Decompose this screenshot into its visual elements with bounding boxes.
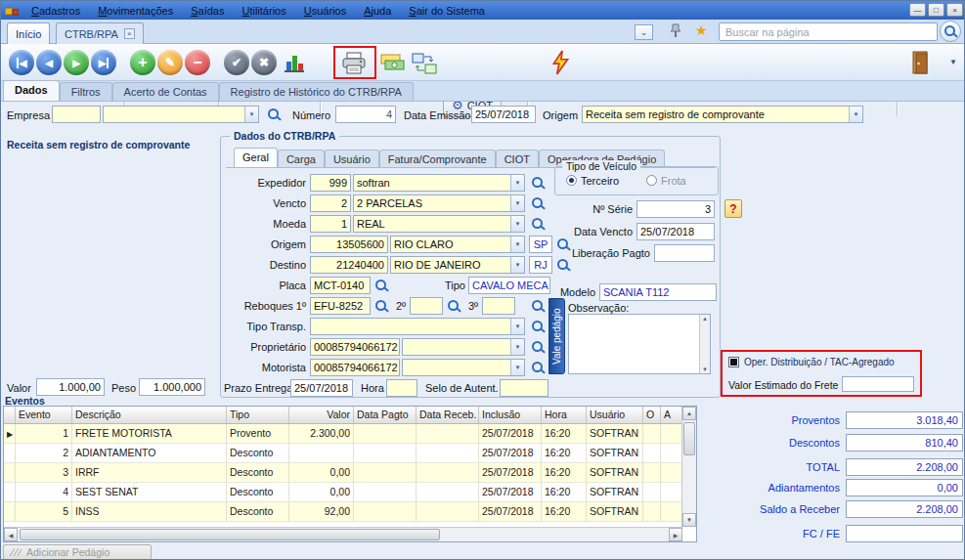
horizontal-scrollbar[interactable]: ◀ ▶ [4, 527, 682, 541]
modelo-field[interactable]: SCANIA T112 [599, 283, 717, 301]
reboque3-search-icon[interactable] [531, 299, 546, 314]
tab-usuario[interactable]: Usuário [325, 150, 379, 168]
empresa-code-field[interactable] [52, 106, 101, 123]
empresa-search-icon[interactable] [267, 108, 282, 122]
vale-pedagio-button[interactable]: Vale pedágio [548, 298, 565, 374]
transfer-button[interactable] [412, 53, 437, 74]
destino-combo[interactable]: RIO DE JANEIRO▼ [390, 256, 525, 274]
origem-code-field[interactable]: 13505600 [310, 236, 388, 253]
quick-access-button[interactable] [550, 50, 572, 75]
motorista-search-icon[interactable] [531, 361, 546, 375]
tab-close-icon[interactable]: × [124, 28, 135, 39]
radio-frota[interactable] [646, 175, 657, 186]
scroll-up-icon[interactable]: ▲ [702, 316, 708, 322]
moeda-code-field[interactable]: 1 [310, 215, 351, 233]
header-inclusao[interactable]: Inclusão [479, 407, 542, 423]
scroll-left-button[interactable]: ◀ [4, 528, 18, 541]
data-emissao-field[interactable]: 25/07/2018 [471, 106, 536, 123]
dropdown-arrow-icon[interactable]: ▼ [510, 237, 524, 252]
close-button[interactable]: × [946, 3, 963, 17]
table-row[interactable]: 2 ADIANTAMENTO Desconto 25/07/2018 16:20… [4, 444, 682, 463]
favorite-star-icon[interactable]: ★ [695, 22, 708, 38]
vencto-code-field[interactable]: 2 [310, 194, 351, 212]
data-vencto-field[interactable]: 25/07/2018 [636, 223, 715, 240]
reboque3-field[interactable] [482, 297, 515, 315]
tab-inicio[interactable]: Início [7, 22, 50, 44]
header-tipo[interactable]: Tipo [227, 407, 289, 423]
expedidor-combo[interactable]: softran▼ [353, 174, 525, 192]
selo-field[interactable] [500, 379, 548, 397]
table-row[interactable]: 3 IRRF Desconto 0,00 25/07/2018 16:20 SO… [4, 463, 682, 483]
confirm-button[interactable]: ✔ [224, 50, 249, 75]
menu-utilitarios[interactable]: Utilitários [233, 3, 294, 19]
table-row[interactable]: 5 INSS Desconto 92,00 25/07/2018 16:20 S… [4, 502, 682, 522]
tab-geral[interactable]: Geral [234, 148, 278, 168]
delete-button[interactable]: − [185, 50, 210, 75]
tab-filtros[interactable]: Filtros [60, 82, 112, 101]
valor-field[interactable]: 1.000,00 [36, 378, 105, 396]
valor-estimado-field[interactable] [842, 376, 914, 392]
tab-acerto-de-contas[interactable]: Acerto de Contas [112, 82, 219, 101]
menu-usuarios[interactable]: Usuários [295, 3, 355, 19]
tipo-transp-combo[interactable]: ▼ [310, 318, 525, 335]
header-usuario[interactable]: Usuário [587, 407, 643, 423]
scroll-down-button[interactable]: ▼ [682, 513, 696, 527]
adicionar-pedagio-button[interactable]: Adicionar Pedágio [3, 544, 152, 560]
menu-cadastros[interactable]: Cadastros [22, 3, 89, 19]
motorista-code-field[interactable]: 00085794066172 [310, 359, 400, 376]
dropdown-arrow-icon[interactable]: ▼ [510, 216, 524, 232]
hora-field[interactable] [386, 379, 417, 397]
numero-field[interactable]: 4 [335, 106, 396, 123]
fc-fe-field[interactable] [846, 525, 963, 542]
header-o[interactable]: O [643, 407, 661, 423]
nav-first-button[interactable]: ◀ [9, 50, 34, 75]
pin-icon[interactable] [669, 23, 682, 39]
exit-button[interactable] [908, 50, 934, 75]
payment-button[interactable] [380, 53, 406, 74]
header-a[interactable]: A [661, 407, 682, 423]
expedidor-code-field[interactable]: 999 [310, 174, 351, 192]
minimize-button[interactable]: — [909, 3, 926, 17]
serie-field[interactable]: 3 [636, 200, 715, 218]
nav-next-button[interactable]: ▶ [64, 50, 89, 75]
collapse-ribbon-button[interactable]: ⌄ [635, 24, 653, 40]
cancel-button[interactable]: ✖ [251, 50, 277, 75]
menu-saidas[interactable]: Saídas [182, 3, 233, 19]
horizontal-scroll-thumb[interactable] [20, 529, 440, 540]
menu-sair[interactable]: Sair do Sistema [400, 3, 494, 19]
search-input[interactable] [719, 22, 938, 41]
dropdown-arrow-icon[interactable]: ▼ [510, 195, 524, 211]
chart-button[interactable] [283, 52, 306, 73]
dropdown-arrow-icon[interactable]: ▼ [244, 107, 258, 122]
dropdown-arrow-icon[interactable]: ▼ [510, 257, 524, 273]
scroll-down-icon[interactable]: ▼ [702, 366, 708, 372]
nav-last-button[interactable]: ▶ [91, 50, 116, 75]
tab-registro-historico[interactable]: Registro de Histórico do CTRB/RPA [219, 82, 414, 101]
expedidor-search-icon[interactable] [531, 176, 546, 191]
nav-prev-button[interactable]: ◀ [36, 50, 62, 75]
dropdown-arrow-icon[interactable]: ▼ [510, 360, 524, 375]
header-valor[interactable]: Valor [289, 407, 354, 423]
oper-distribuicao-checkbox[interactable] [728, 357, 739, 367]
table-row[interactable]: ▶ 1 FRETE MOTORISTA Provento 2.300,00 25… [4, 424, 682, 444]
menu-movimentacoes[interactable]: Movimentações [89, 3, 182, 19]
help-button[interactable]: ? [724, 199, 742, 218]
table-row[interactable]: 4 SEST SENAT Desconto 0,00 25/07/2018 16… [4, 483, 682, 502]
proprietario-code-field[interactable]: 00085794066172 [310, 338, 400, 356]
tipo-transp-search-icon[interactable] [531, 320, 546, 334]
tab-dados[interactable]: Dados [3, 80, 60, 101]
header-data-pagto[interactable]: Data Pagto [354, 407, 417, 423]
header-data-receb[interactable]: Data Receb. [417, 407, 479, 423]
reboque2-search-icon[interactable] [447, 299, 461, 314]
search-button[interactable] [940, 21, 961, 42]
edit-button[interactable]: ✎ [157, 50, 183, 75]
tab-fatura-comprovante[interactable]: Fatura/Comprovante [379, 150, 496, 168]
header-hora[interactable]: Hora [542, 407, 587, 423]
tab-ciot-inner[interactable]: CIOT [496, 150, 539, 168]
proprietario-search-icon[interactable] [531, 340, 546, 355]
dropdown-arrow-icon[interactable]: ▼ [510, 175, 524, 191]
moeda-combo[interactable]: REAL▼ [353, 215, 525, 233]
motorista-combo[interactable]: ▼ [402, 359, 525, 376]
header-evento[interactable]: Evento [16, 407, 72, 423]
placa-field[interactable]: MCT-0140 [310, 277, 371, 294]
